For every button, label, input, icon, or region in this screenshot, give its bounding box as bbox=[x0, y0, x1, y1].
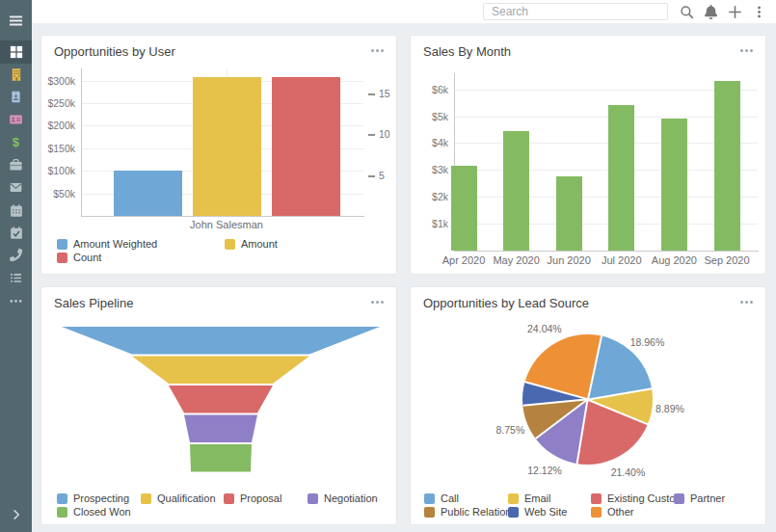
funnel-segment-proposal[interactable] bbox=[169, 386, 273, 413]
legend-item: Closed Won bbox=[57, 506, 131, 518]
envelope-icon bbox=[9, 181, 23, 194]
legend-label: Count bbox=[73, 252, 101, 263]
legend-swatch bbox=[508, 507, 519, 518]
legend-label: Web Site bbox=[524, 506, 567, 518]
calendar-icon bbox=[10, 203, 23, 218]
phone-icon bbox=[10, 249, 23, 262]
search-input[interactable] bbox=[483, 3, 668, 20]
legend-swatch bbox=[591, 493, 602, 504]
right-axis-label: 5 bbox=[379, 170, 402, 181]
svg-text:$: $ bbox=[13, 135, 20, 149]
x-axis-line bbox=[81, 216, 364, 217]
legend-label: Call bbox=[441, 492, 459, 504]
pie-percentage-label: 8.89% bbox=[656, 403, 684, 414]
pie-percentage-label: 12.12% bbox=[527, 465, 562, 476]
chart-bar-sales[interactable] bbox=[661, 119, 687, 251]
sidebar-item-emails[interactable] bbox=[0, 176, 32, 200]
sidebar-item-activities[interactable] bbox=[0, 222, 32, 245]
legend-label: Partner bbox=[690, 492, 725, 504]
legend-swatch bbox=[424, 507, 435, 518]
legend-swatch bbox=[57, 239, 67, 250]
legend-label: Email bbox=[524, 492, 551, 504]
legend-item: Amount bbox=[225, 238, 278, 250]
chart-bar-sales[interactable] bbox=[503, 131, 529, 251]
pie-percentage-label: 24.04% bbox=[527, 323, 562, 334]
gridline bbox=[454, 117, 758, 118]
sidebar-item-dashboard[interactable] bbox=[0, 40, 32, 64]
legend-swatch bbox=[424, 493, 435, 504]
chart-bar-sales[interactable] bbox=[451, 166, 477, 251]
y-axis-label: $150k bbox=[41, 143, 75, 154]
legend-swatch bbox=[57, 253, 67, 263]
chart-bar-amount[interactable] bbox=[193, 77, 261, 216]
legend-item: Qualification bbox=[141, 492, 216, 504]
funnel-segment-qualification[interactable] bbox=[132, 357, 309, 385]
legend-item: Public Relations bbox=[424, 506, 517, 518]
right-tick-dash bbox=[368, 134, 375, 136]
legend-label: Prospecting bbox=[73, 492, 129, 504]
plus-icon[interactable] bbox=[727, 4, 742, 19]
sidebar-item-accounts[interactable] bbox=[0, 64, 32, 87]
legend-item: Negotiation bbox=[308, 492, 378, 504]
y-axis-label: $4k bbox=[411, 137, 448, 148]
legend-item: Count bbox=[57, 252, 101, 263]
legend-item: Prospecting bbox=[57, 492, 129, 504]
legend-swatch bbox=[674, 493, 684, 504]
sidebar-item-contacts[interactable] bbox=[0, 86, 32, 109]
sidebar: $ bbox=[0, 0, 32, 532]
funnel-segment-closed-won[interactable] bbox=[190, 444, 252, 472]
contact-card-icon bbox=[10, 90, 22, 104]
funnel-segment-negotiation[interactable] bbox=[184, 415, 257, 443]
opportunities-by-user-chart: $50k$100k$150k$200k$250k$300k51015John S… bbox=[41, 36, 396, 274]
y-axis-label: $2k bbox=[411, 191, 448, 202]
sidebar-item-cases[interactable] bbox=[0, 154, 32, 177]
right-tick-dash bbox=[368, 175, 375, 177]
chart-bar-count[interactable] bbox=[272, 77, 340, 217]
kebab-icon[interactable] bbox=[751, 4, 766, 19]
gridline bbox=[454, 197, 758, 198]
ellipsis-icon bbox=[9, 294, 23, 308]
gridline bbox=[454, 143, 758, 144]
legend-swatch bbox=[225, 239, 235, 250]
legend-label: Qualification bbox=[157, 492, 216, 504]
search-icon[interactable] bbox=[679, 4, 694, 19]
legend-swatch bbox=[591, 507, 602, 518]
chart-bar-sales[interactable] bbox=[556, 176, 582, 251]
sidebar-item-calls[interactable] bbox=[0, 245, 32, 268]
y-axis-line bbox=[81, 68, 82, 216]
right-axis-label: 10 bbox=[379, 128, 402, 140]
chart-bar-amount-weighted[interactable] bbox=[114, 171, 182, 216]
calendar-check-icon bbox=[10, 226, 23, 240]
y-axis-label: $200k bbox=[41, 120, 75, 131]
legend-label: Existing Custo... bbox=[607, 492, 683, 504]
x-axis-label: Sep 2020 bbox=[688, 254, 765, 266]
y-axis-label: $50k bbox=[41, 188, 75, 200]
hamburger-icon[interactable] bbox=[0, 0, 32, 40]
y-axis-label: $1k bbox=[411, 218, 448, 229]
sidebar-item-stream[interactable] bbox=[0, 267, 32, 290]
legend-swatch bbox=[141, 493, 151, 504]
dollar-icon: $ bbox=[9, 135, 23, 149]
opportunities-by-lead-source-pie: 18.96%8.89%21.40%12.12%8.75%24.04%CallEm… bbox=[411, 287, 765, 524]
chart-bar-sales[interactable] bbox=[608, 105, 634, 251]
legend-item: Call bbox=[424, 492, 459, 504]
funnel-segment-prospecting[interactable] bbox=[62, 327, 380, 355]
pie-percentage-label: 21.40% bbox=[611, 466, 646, 478]
bell-icon[interactable] bbox=[703, 4, 718, 19]
legend-swatch bbox=[57, 493, 67, 504]
gridline bbox=[454, 90, 758, 91]
sidebar-item-calendar[interactable] bbox=[0, 200, 32, 223]
y-axis-label: $300k bbox=[41, 75, 75, 87]
legend-label: Closed Won bbox=[73, 506, 131, 518]
right-tick-dash bbox=[368, 93, 375, 95]
sales-by-month-chart: $1k$2k$3k$4k$5k$6kApr 2020May 2020Jun 20… bbox=[411, 36, 765, 274]
sidebar-item-more[interactable] bbox=[0, 290, 32, 313]
chart-bar-sales[interactable] bbox=[714, 81, 740, 251]
pie-percentage-label: 8.75% bbox=[495, 424, 524, 436]
legend-swatch bbox=[224, 493, 234, 504]
sidebar-collapse-button[interactable] bbox=[0, 508, 32, 525]
legend-item: Proposal bbox=[224, 492, 281, 504]
legend-item: Other bbox=[591, 506, 634, 518]
sidebar-item-opportunities[interactable]: $ bbox=[0, 131, 32, 154]
sidebar-item-leads[interactable] bbox=[0, 109, 32, 132]
